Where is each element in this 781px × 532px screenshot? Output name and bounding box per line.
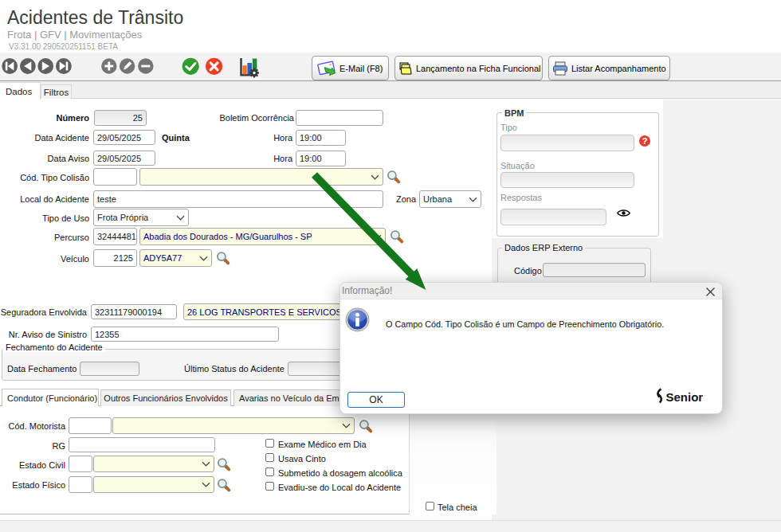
svg-text:Senior: Senior: [666, 390, 704, 404]
